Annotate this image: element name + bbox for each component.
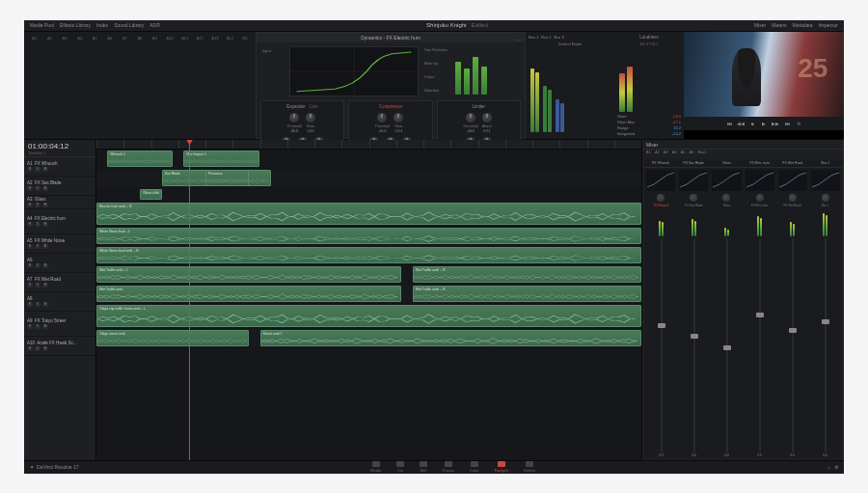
page-tab-cut[interactable]: Cut [396, 461, 404, 473]
arm-button[interactable]: R [27, 346, 33, 351]
pan-knob[interactable] [690, 194, 697, 202]
pan-knob[interactable] [657, 194, 665, 202]
audio-clip[interactable]: Street amb 2 [260, 330, 642, 346]
mixer-tab[interactable]: A1 [646, 150, 651, 157]
arm-button[interactable]: R [27, 203, 33, 207]
mute-button[interactable]: M [42, 167, 48, 172]
eq-curve[interactable] [778, 170, 807, 191]
eq-curve[interactable] [646, 170, 675, 191]
pan-knob[interactable] [822, 194, 829, 202]
mixer-toggle[interactable]: Mixer [754, 22, 766, 28]
channel-fader[interactable]: 0.0 [776, 238, 808, 457]
index-toggle[interactable]: Index [96, 22, 108, 28]
solo-button[interactable]: S [35, 263, 41, 268]
dynamics-transfer-graph[interactable] [289, 46, 419, 96]
arm-button[interactable]: R [27, 222, 33, 227]
metadata-toggle[interactable]: Metadata [793, 22, 813, 28]
audio-clip[interactable]: Glass clink [140, 189, 162, 200]
close-icon[interactable]: ⋯ [516, 35, 521, 44]
timecode-display[interactable]: 01:00:04:12 Timeline 1 [24, 140, 95, 157]
knob[interactable]: Threshold-16.0 [464, 112, 477, 133]
knob[interactable]: Threshold-35.0 [287, 112, 301, 133]
eq-curve[interactable] [679, 170, 708, 191]
audio-clip[interactable]: Electric hum amb – R [96, 203, 641, 225]
audio-clip[interactable]: Tokyo city traffic horns amb – L [96, 305, 641, 327]
track-header-A2[interactable]: A2 FX Sax BladeRSM [24, 177, 95, 196]
eq-curve[interactable] [712, 170, 741, 191]
audio-clip[interactable]: Tokyo street amb [96, 330, 249, 346]
viewer-frame[interactable]: 25 [684, 32, 844, 117]
mute-button[interactable]: M [42, 324, 48, 329]
rewind-icon[interactable]: ◀◀ [737, 120, 745, 127]
mute-button[interactable]: M [42, 186, 48, 191]
page-tab-color[interactable]: Color [470, 461, 479, 473]
mixer-tab[interactable]: A2 [655, 150, 660, 157]
solo-button[interactable]: S [35, 244, 41, 249]
knob[interactable]: Threshold-15.0 [375, 112, 389, 133]
page-tab-edit[interactable]: Edit [420, 461, 427, 473]
track-lane[interactable]: Wet Traffic amb – LWet Traffic amb – R [96, 265, 641, 285]
page-tab-deliver[interactable]: Deliver [524, 461, 535, 473]
loop-icon[interactable]: ⟲ [795, 120, 802, 127]
prev-icon[interactable]: ⏮ [725, 120, 733, 127]
knob[interactable]: Ratio1.0:1 [304, 112, 317, 133]
arm-button[interactable]: R [27, 283, 33, 288]
track-header-A6[interactable]: A6 RSM [24, 254, 95, 273]
audio-clip[interactable]: White Noise loud – L [96, 228, 641, 244]
solo-button[interactable]: S [35, 302, 41, 307]
mute-button[interactable]: M [42, 203, 48, 207]
play-icon[interactable]: ▶ [760, 120, 768, 127]
track-header-A10[interactable]: A10 Acafe FX Hawk Sc...RSM [24, 337, 95, 356]
track-lane[interactable]: Sax BladePresence [96, 169, 641, 188]
mixer-tab[interactable]: A4 [672, 150, 677, 157]
solo-button[interactable]: S [35, 283, 41, 288]
channel-fader[interactable]: 0.0 [744, 238, 775, 457]
channel-fader[interactable]: 0.0 [678, 238, 710, 457]
mixer-tab[interactable]: A6 [690, 150, 694, 157]
knob[interactable]: Ratio2.0:1 [392, 112, 405, 133]
audio-clip[interactable]: Whoosh 1 [107, 151, 173, 167]
track-lane[interactable]: Tokyo city traffic horns amb – L [96, 304, 641, 329]
media-pool-toggle[interactable]: Media Pool [30, 22, 54, 28]
mute-button[interactable]: M [42, 283, 48, 288]
arm-button[interactable]: R [27, 244, 33, 249]
solo-button[interactable]: S [35, 222, 41, 227]
track-header-A5[interactable]: A5 FX White NoiseRSM [24, 234, 95, 254]
dynamics-title-bar[interactable]: Dynamics - FX Electric hum ⋯ [257, 33, 525, 42]
pan-knob[interactable] [722, 194, 730, 202]
page-tab-media[interactable]: Media [370, 461, 381, 473]
arm-button[interactable]: R [27, 302, 33, 307]
mute-button[interactable]: M [42, 346, 48, 351]
audio-clip[interactable]: Wet Traffic amb – R [413, 266, 641, 283]
track-lane[interactable]: Wet Traffic ambWet Traffic amb – R [96, 285, 641, 304]
track-lane[interactable]: Whoosh 1Rev Impact 1 [96, 150, 641, 169]
channel-fader[interactable]: 0.0 [711, 238, 743, 457]
track-lane[interactable]: White Noise loud – L [96, 227, 641, 246]
solo-button[interactable]: S [35, 186, 41, 191]
timeline-ruler[interactable] [96, 140, 641, 150]
solo-button[interactable]: S [35, 167, 41, 172]
playhead[interactable] [189, 140, 190, 460]
mute-button[interactable]: M [42, 244, 48, 249]
track-lane[interactable]: Tokyo street ambStreet amb 2 [96, 329, 641, 348]
track-header-A8[interactable]: A8 RSM [24, 292, 95, 312]
next-icon[interactable]: ⏭ [783, 120, 791, 127]
track-lane[interactable]: Glass clink [96, 188, 641, 202]
bus-tab[interactable]: Bus 3 [554, 35, 563, 40]
mixer-tab[interactable]: A5 [681, 150, 686, 157]
timeline-canvas[interactable]: Whoosh 1Rev Impact 1Sax BladePresenceGla… [96, 140, 641, 460]
sound-library-toggle[interactable]: Sound Library [114, 22, 144, 28]
audio-clip[interactable]: Wet Traffic amb – L [96, 266, 401, 283]
eq-curve[interactable] [746, 170, 774, 191]
knob[interactable]: Attack0.71 [480, 112, 494, 133]
adr-toggle[interactable]: ADR [149, 22, 160, 28]
channel-fader[interactable]: 0.0 [645, 238, 677, 457]
bus-tab[interactable]: Bus 2 [541, 35, 551, 40]
arm-button[interactable]: R [27, 167, 33, 172]
mute-button[interactable]: M [42, 222, 48, 227]
page-tab-fairlight[interactable]: Fairlight [495, 461, 508, 473]
mixer-tab[interactable]: A3 [664, 150, 668, 157]
arm-button[interactable]: R [27, 324, 33, 329]
track-lane[interactable]: White Noise loud amb – R [96, 246, 641, 265]
effects-library-toggle[interactable]: Effects Library [60, 22, 91, 28]
